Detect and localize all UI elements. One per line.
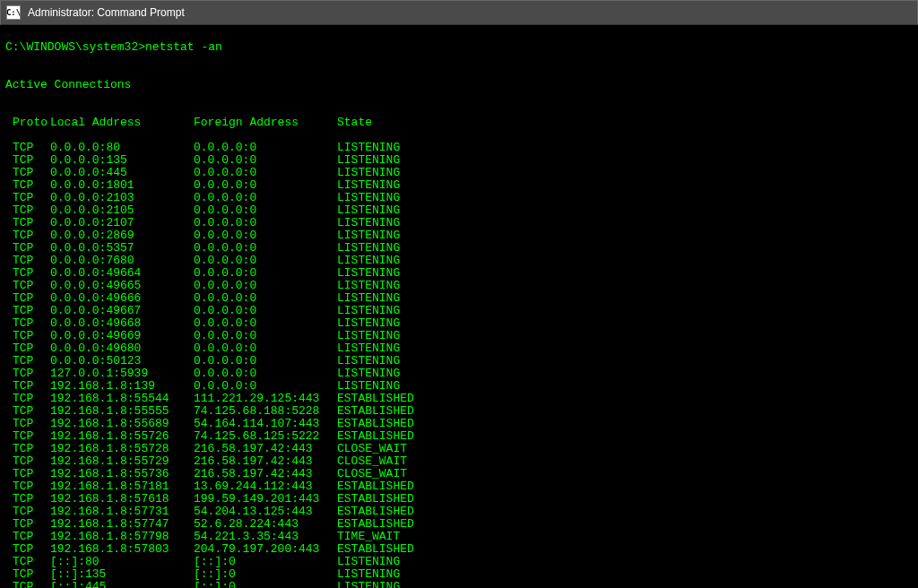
table-body: TCP0.0.0.0:800.0.0.0:0LISTENINGTCP0.0.0.…	[5, 142, 913, 588]
cell-state: LISTENING	[337, 568, 913, 581]
cell-proto: TCP	[5, 317, 50, 330]
cell-foreign: 0.0.0.0:0	[194, 255, 337, 267]
cell-foreign: 0.0.0.0:0	[194, 229, 337, 242]
cell-state: ESTABLISHED	[337, 506, 913, 518]
cell-proto: TCP	[5, 192, 50, 204]
cell-local: 192.168.1.8:55726	[50, 430, 194, 443]
cell-state: LISTENING	[337, 305, 913, 317]
cell-state: LISTENING	[337, 179, 913, 192]
cell-local: 0.0.0.0:49665	[50, 280, 194, 292]
cell-state: LISTENING	[337, 280, 913, 292]
cell-state: LISTENING	[337, 368, 913, 380]
cell-local: 0.0.0.0:49669	[50, 330, 194, 342]
table-row: TCP0.0.0.0:496800.0.0.0:0LISTENING	[5, 342, 913, 355]
cell-state: ESTABLISHED	[337, 430, 913, 443]
cell-state: LISTENING	[337, 217, 913, 229]
cell-foreign: [::]:0	[194, 556, 337, 568]
table-row: TCP0.0.0.0:4450.0.0.0:0LISTENING	[5, 167, 913, 179]
table-row: TCP[::]:80[::]:0LISTENING	[5, 556, 913, 568]
table-row: TCP192.168.1.8:5773154.204.13.125:443EST…	[5, 506, 913, 518]
table-row: TCP0.0.0.0:496660.0.0.0:0LISTENING	[5, 292, 913, 305]
cell-foreign: 0.0.0.0:0	[194, 192, 337, 204]
cell-local: 0.0.0.0:1801	[50, 179, 194, 192]
cell-foreign: 13.69.244.112:443	[194, 480, 337, 493]
cell-local: 127.0.0.1:5939	[50, 368, 194, 380]
cell-state: ESTABLISHED	[337, 543, 913, 556]
cell-state: ESTABLISHED	[337, 393, 913, 405]
cell-foreign: 0.0.0.0:0	[194, 317, 337, 330]
table-row: TCP192.168.1.8:57618199.59.149.201:443ES…	[5, 493, 913, 506]
cell-state: LISTENING	[337, 380, 913, 393]
cell-local: 0.0.0.0:445	[50, 167, 194, 179]
window-titlebar[interactable]: C:\ Administrator: Command Prompt	[0, 0, 918, 25]
cell-local: 0.0.0.0:2869	[50, 229, 194, 242]
cell-foreign: 0.0.0.0:0	[194, 280, 337, 292]
cell-foreign: 0.0.0.0:0	[194, 179, 337, 192]
table-row: TCP0.0.0.0:21070.0.0.0:0LISTENING	[5, 217, 913, 229]
terminal-output[interactable]: C:\WINDOWS\system32>netstat -an Active C…	[0, 25, 918, 588]
cell-foreign: 0.0.0.0:0	[194, 330, 337, 342]
cell-local: 0.0.0.0:5357	[50, 242, 194, 255]
cell-state: LISTENING	[337, 355, 913, 368]
cell-state: CLOSE_WAIT	[337, 455, 913, 468]
cell-proto: TCP	[5, 154, 50, 167]
table-row: TCP0.0.0.0:496670.0.0.0:0LISTENING	[5, 305, 913, 317]
cell-state: LISTENING	[337, 142, 913, 154]
cell-state: LISTENING	[337, 317, 913, 330]
table-row: TCP0.0.0.0:1350.0.0.0:0LISTENING	[5, 154, 913, 167]
cell-foreign: 216.58.197.42:443	[194, 455, 337, 468]
cell-state: LISTENING	[337, 192, 913, 204]
table-row: TCP192.168.1.8:5555574.125.68.188:5228ES…	[5, 405, 913, 418]
cell-foreign: 204.79.197.200:443	[194, 543, 337, 556]
cell-proto: TCP	[5, 280, 50, 292]
cell-proto: TCP	[5, 292, 50, 305]
cell-local: 0.0.0.0:2107	[50, 217, 194, 229]
cell-local: 192.168.1.8:57798	[50, 531, 194, 543]
header-foreign: Foreign Address	[194, 117, 337, 129]
cell-foreign: 74.125.68.125:5222	[194, 430, 337, 443]
cell-proto: TCP	[5, 518, 50, 531]
cell-foreign: 0.0.0.0:0	[194, 242, 337, 255]
cell-proto: TCP	[5, 443, 50, 455]
table-header: ProtoLocal AddressForeign AddressState	[5, 117, 913, 129]
cell-state: ESTABLISHED	[337, 405, 913, 418]
cell-state: LISTENING	[337, 342, 913, 355]
table-row: TCP0.0.0.0:21030.0.0.0:0LISTENING	[5, 192, 913, 204]
cell-state: LISTENING	[337, 330, 913, 342]
cell-proto: TCP	[5, 229, 50, 242]
cell-local: 0.0.0.0:2105	[50, 204, 194, 217]
cell-local: 192.168.1.8:139	[50, 380, 194, 393]
table-row: TCP0.0.0.0:496650.0.0.0:0LISTENING	[5, 280, 913, 292]
cell-state: LISTENING	[337, 292, 913, 305]
cell-foreign: [::]:0	[194, 581, 337, 588]
table-row: TCP0.0.0.0:18010.0.0.0:0LISTENING	[5, 179, 913, 192]
cell-foreign: [::]:0	[194, 568, 337, 581]
cell-proto: TCP	[5, 581, 50, 588]
cell-local: [::]:445	[50, 581, 194, 588]
cell-local: 192.168.1.8:55728	[50, 443, 194, 455]
cell-proto: TCP	[5, 455, 50, 468]
table-row: TCP192.168.1.8:55729216.58.197.42:443CLO…	[5, 455, 913, 468]
cell-proto: TCP	[5, 368, 50, 380]
cell-local: 0.0.0.0:49668	[50, 317, 194, 330]
cell-proto: TCP	[5, 267, 50, 280]
cell-local: 192.168.1.8:57803	[50, 543, 194, 556]
cell-proto: TCP	[5, 493, 50, 506]
table-row: TCP0.0.0.0:28690.0.0.0:0LISTENING	[5, 229, 913, 242]
cell-foreign: 0.0.0.0:0	[194, 154, 337, 167]
cell-proto: TCP	[5, 556, 50, 568]
table-row: TCP192.168.1.8:5718113.69.244.112:443EST…	[5, 480, 913, 493]
cell-foreign: 0.0.0.0:0	[194, 142, 337, 154]
header-proto: Proto	[5, 117, 50, 129]
cmd-icon: C:\	[6, 5, 21, 20]
cell-local: 0.0.0.0:80	[50, 142, 194, 154]
table-row: TCP192.168.1.8:5774752.6.28.224:443ESTAB…	[5, 518, 913, 531]
cell-local: 0.0.0.0:49680	[50, 342, 194, 355]
cell-proto: TCP	[5, 142, 50, 154]
table-row: TCP0.0.0.0:496680.0.0.0:0LISTENING	[5, 317, 913, 330]
cell-foreign: 0.0.0.0:0	[194, 368, 337, 380]
cell-proto: TCP	[5, 543, 50, 556]
table-row: TCP192.168.1.8:5572674.125.68.125:5222ES…	[5, 430, 913, 443]
table-row: TCP192.168.1.8:5779854.221.3.35:443TIME_…	[5, 531, 913, 543]
cell-state: LISTENING	[337, 556, 913, 568]
